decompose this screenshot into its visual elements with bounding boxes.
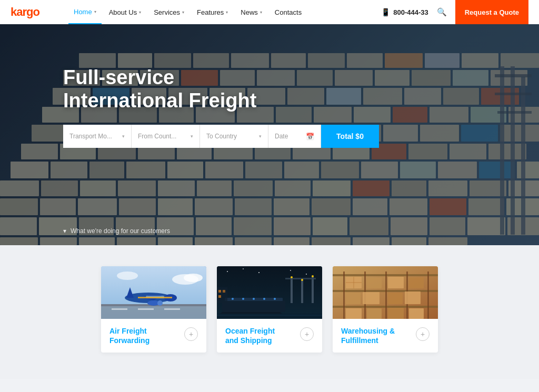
ocean-freight-body: Ocean Freight and Shipping + bbox=[217, 319, 322, 353]
svg-point-152 bbox=[117, 272, 138, 280]
svg-rect-207 bbox=[363, 292, 380, 304]
svg-rect-172 bbox=[291, 277, 293, 303]
service-cards-container: Air Freight Forwarding + bbox=[42, 266, 497, 353]
nav-news-label: News bbox=[241, 8, 258, 16]
nav-contacts[interactable]: Contacts bbox=[270, 0, 307, 24]
hero-search-bar: Transport Mo... ▾ From Count... ▾ To Cou… bbox=[63, 125, 379, 148]
svg-rect-204 bbox=[388, 277, 404, 288]
svg-point-163 bbox=[157, 300, 163, 306]
air-freight-image bbox=[101, 266, 206, 319]
nav-news[interactable]: News ▾ bbox=[235, 0, 267, 24]
svg-rect-157 bbox=[164, 308, 180, 310]
warehouse-plus-button[interactable]: + bbox=[416, 327, 430, 341]
search-icon[interactable]: 🔍 bbox=[437, 7, 447, 17]
total-button[interactable]: Total $0 bbox=[321, 125, 379, 148]
svg-rect-155 bbox=[112, 308, 127, 310]
svg-point-171 bbox=[306, 274, 307, 275]
nav-home-arrow: ▾ bbox=[94, 9, 96, 14]
hero-sub-text[interactable]: ▾ What we're doing for our customers bbox=[63, 227, 170, 235]
hero-section: Full-service International Freight Trans… bbox=[0, 24, 539, 245]
phone-icon: 📱 bbox=[381, 8, 390, 16]
transport-mode-select[interactable]: Transport Mo... ▾ bbox=[63, 125, 132, 148]
from-country-placeholder: From Count... bbox=[138, 133, 176, 140]
svg-rect-175 bbox=[285, 278, 316, 279]
svg-point-183 bbox=[242, 298, 244, 300]
nav-features[interactable]: Features ▾ bbox=[192, 0, 233, 24]
nav-home[interactable]: Home ▾ bbox=[68, 0, 102, 24]
nav-services-arrow: ▾ bbox=[182, 10, 184, 15]
svg-rect-209 bbox=[405, 292, 421, 304]
svg-rect-201 bbox=[427, 272, 429, 319]
svg-rect-211 bbox=[367, 308, 382, 319]
request-quote-button[interactable]: Request a Quote bbox=[455, 0, 528, 24]
svg-rect-174 bbox=[312, 276, 314, 303]
date-picker[interactable]: Date 📅 bbox=[268, 125, 321, 148]
svg-rect-212 bbox=[388, 308, 404, 319]
phone-number: 800-444-33 bbox=[393, 8, 428, 16]
hero-title-line2: International Freight bbox=[63, 89, 256, 112]
air-freight-body: Air Freight Forwarding + bbox=[101, 319, 206, 353]
plus-icon-ocean: + bbox=[305, 330, 309, 338]
nav-services[interactable]: Services ▾ bbox=[148, 0, 189, 24]
svg-rect-203 bbox=[367, 278, 382, 288]
svg-rect-173 bbox=[301, 279, 303, 303]
warehouse-image bbox=[333, 266, 438, 319]
air-freight-title: Air Freight Forwarding bbox=[109, 326, 149, 345]
logo[interactable]: kargo bbox=[11, 5, 53, 19]
header: kargo Home ▾ About Us ▾ Services ▾ Featu… bbox=[0, 0, 539, 24]
plus-icon: + bbox=[189, 330, 193, 338]
svg-point-167 bbox=[227, 271, 228, 272]
chevron-down-icon: ▾ bbox=[63, 227, 66, 235]
svg-rect-190 bbox=[218, 290, 221, 293]
transport-mode-placeholder: Transport Mo... bbox=[69, 133, 112, 140]
svg-point-169 bbox=[258, 272, 259, 273]
svg-rect-205 bbox=[409, 277, 424, 288]
nav-about[interactable]: About Us ▾ bbox=[104, 0, 146, 24]
ocean-freight-plus-button[interactable]: + bbox=[300, 327, 314, 341]
svg-point-168 bbox=[243, 268, 244, 269]
service-card-ocean[interactable]: Ocean Freight and Shipping + bbox=[217, 266, 322, 353]
svg-rect-213 bbox=[409, 308, 424, 319]
svg-point-151 bbox=[184, 274, 203, 282]
svg-rect-210 bbox=[346, 308, 362, 319]
transport-arrow-icon: ▾ bbox=[122, 134, 125, 139]
from-country-select[interactable]: From Count... ▾ bbox=[132, 125, 200, 148]
svg-point-186 bbox=[274, 298, 276, 300]
svg-rect-165 bbox=[138, 297, 172, 298]
svg-rect-208 bbox=[388, 293, 403, 304]
svg-rect-187 bbox=[217, 314, 322, 319]
header-right: 📱 800-444-33 🔍 Request a Quote bbox=[381, 0, 528, 24]
warehouse-svg bbox=[333, 266, 438, 319]
hero-content: Full-service International Freight Trans… bbox=[63, 66, 379, 148]
svg-rect-197 bbox=[343, 272, 345, 319]
hero-title: Full-service International Freight bbox=[63, 66, 379, 112]
date-placeholder: Date bbox=[275, 133, 288, 140]
svg-point-182 bbox=[232, 298, 234, 300]
svg-point-185 bbox=[263, 298, 265, 300]
svg-point-184 bbox=[253, 298, 255, 300]
phone-display: 📱 800-444-33 bbox=[381, 8, 428, 16]
nav-services-label: Services bbox=[154, 8, 180, 16]
nav-home-label: Home bbox=[74, 8, 92, 16]
svg-rect-153 bbox=[101, 304, 206, 319]
svg-rect-156 bbox=[138, 308, 154, 310]
airplane-svg bbox=[101, 266, 206, 319]
nav-features-label: Features bbox=[197, 8, 224, 16]
to-country-select[interactable]: To Country ▾ bbox=[200, 125, 268, 148]
svg-rect-191 bbox=[223, 290, 225, 293]
nav-about-arrow: ▾ bbox=[139, 10, 141, 15]
ocean-freight-image bbox=[217, 266, 322, 319]
ocean-freight-title: Ocean Freight and Shipping bbox=[225, 326, 275, 345]
nav-features-arrow: ▾ bbox=[226, 10, 228, 15]
to-arrow-icon: ▾ bbox=[259, 134, 262, 139]
service-card-warehouse[interactable]: Warehousing & Fulfillment + bbox=[333, 266, 438, 353]
svg-rect-179 bbox=[222, 300, 285, 312]
air-freight-plus-button[interactable]: + bbox=[184, 327, 198, 341]
warehouse-body: Warehousing & Fulfillment + bbox=[333, 319, 438, 353]
svg-point-176 bbox=[291, 276, 293, 278]
main-nav: Home ▾ About Us ▾ Services ▾ Features ▾ … bbox=[68, 0, 381, 24]
logo-text: kar bbox=[11, 5, 26, 18]
nav-about-label: About Us bbox=[109, 8, 137, 16]
service-card-air[interactable]: Air Freight Forwarding + bbox=[101, 266, 206, 353]
services-section: Air Freight Forwarding + bbox=[0, 245, 539, 379]
